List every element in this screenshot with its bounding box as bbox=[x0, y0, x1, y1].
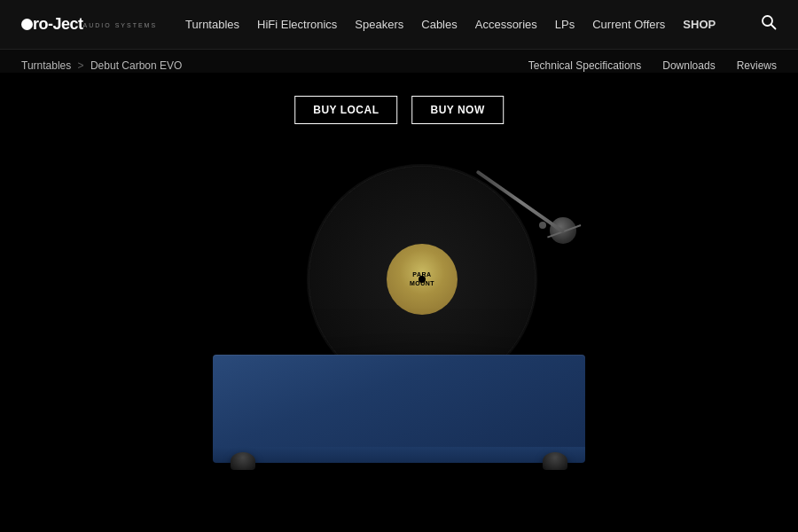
breadcrumb-separator: > bbox=[78, 59, 84, 72]
subnav-tech-specs[interactable]: Technical Specifications bbox=[528, 59, 641, 72]
nav-hifi[interactable]: HiFi Electronics bbox=[257, 18, 337, 31]
foot-left bbox=[231, 452, 255, 470]
breadcrumb-current: Debut Carbon EVO bbox=[90, 59, 182, 72]
turntable-image: PARAMOUNT bbox=[151, 106, 647, 479]
brand-name: ro-Ject bbox=[33, 15, 83, 33]
foot-right bbox=[543, 452, 567, 470]
svg-line-1 bbox=[771, 25, 776, 29]
breadcrumb-parent[interactable]: Turntables bbox=[21, 59, 71, 72]
subnav-downloads[interactable]: Downloads bbox=[662, 59, 715, 72]
buy-now-button[interactable]: BUY NOW bbox=[412, 96, 504, 124]
nav-turntables[interactable]: Turntables bbox=[185, 18, 239, 31]
logo[interactable]: ro-Ject AUDIO SYSTEMS bbox=[21, 15, 157, 34]
record-center-hole bbox=[419, 276, 426, 283]
nav-links: Turntables HiFi Electronics Speakers Cab… bbox=[185, 18, 761, 31]
breadcrumb: Turntables > Debut Carbon EVO bbox=[21, 59, 528, 72]
nav-shop[interactable]: SHOP bbox=[683, 18, 716, 31]
hero-section: BUY LOCAL BUY NOW PARAMOUNT bbox=[0, 73, 798, 512]
brand-subtitle: AUDIO SYSTEMS bbox=[83, 22, 158, 28]
buy-local-button[interactable]: BUY LOCAL bbox=[294, 96, 397, 124]
nav-cables[interactable]: Cables bbox=[421, 18, 457, 31]
antiskate-weight bbox=[539, 222, 546, 229]
subnav-reviews[interactable]: Reviews bbox=[737, 59, 777, 72]
nav-speakers[interactable]: Speakers bbox=[355, 18, 403, 31]
buttons-row: BUY LOCAL BUY NOW bbox=[294, 82, 504, 133]
navbar: ro-Ject AUDIO SYSTEMS Turntables HiFi El… bbox=[0, 0, 798, 50]
sub-nav: Technical Specifications Downloads Revie… bbox=[528, 59, 777, 72]
plinth bbox=[213, 355, 585, 452]
nav-accessories[interactable]: Accessories bbox=[475, 18, 537, 31]
nav-lps[interactable]: LPs bbox=[555, 18, 575, 31]
nav-current-offers[interactable]: Current Offers bbox=[592, 18, 665, 31]
record-label: PARAMOUNT bbox=[387, 244, 458, 315]
turntable-feet bbox=[231, 452, 567, 470]
search-icon[interactable] bbox=[761, 14, 777, 35]
